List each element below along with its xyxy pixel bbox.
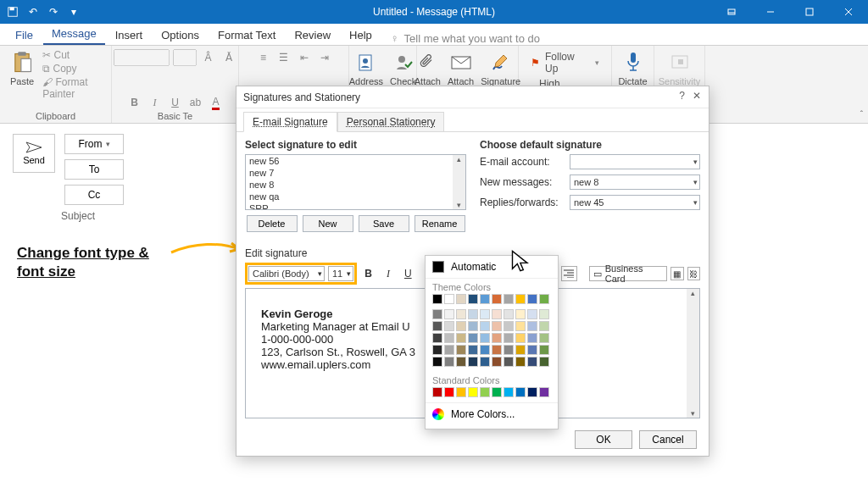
minimize-button[interactable] bbox=[751, 0, 790, 24]
color-swatch[interactable] bbox=[492, 333, 502, 343]
color-swatch[interactable] bbox=[444, 345, 454, 355]
font-name-select[interactable]: Calibri (Body)▾ bbox=[248, 266, 325, 281]
color-swatch[interactable] bbox=[492, 294, 502, 304]
list-item[interactable]: SRP bbox=[246, 202, 465, 210]
list-item[interactable]: new 8 bbox=[246, 179, 465, 191]
dialog-help-icon[interactable]: ? bbox=[679, 90, 685, 102]
new-button[interactable]: New bbox=[303, 215, 353, 232]
color-swatch[interactable] bbox=[456, 333, 466, 343]
italic-button[interactable]: I bbox=[380, 266, 396, 281]
color-swatch[interactable] bbox=[504, 357, 514, 367]
grow-font-icon[interactable]: Â bbox=[200, 49, 217, 66]
outdent-icon[interactable]: ⇤ bbox=[296, 49, 313, 66]
bold-button[interactable]: B bbox=[360, 266, 376, 281]
tab-review[interactable]: Review bbox=[286, 25, 339, 45]
list-item[interactable]: new qa bbox=[246, 191, 465, 202]
color-swatch[interactable] bbox=[492, 345, 502, 355]
color-swatch[interactable] bbox=[527, 294, 537, 304]
color-swatch[interactable] bbox=[444, 333, 454, 343]
color-swatch[interactable] bbox=[515, 387, 526, 397]
color-swatch[interactable] bbox=[432, 333, 442, 343]
to-button[interactable]: To bbox=[64, 159, 124, 180]
signature-button[interactable]: Signature bbox=[477, 49, 524, 88]
color-swatch[interactable] bbox=[456, 309, 466, 319]
color-swatch[interactable] bbox=[492, 321, 502, 331]
color-swatch[interactable] bbox=[480, 345, 490, 355]
color-swatch[interactable] bbox=[456, 294, 466, 304]
tab-message[interactable]: Message bbox=[43, 24, 105, 45]
send-button[interactable]: Send bbox=[13, 134, 55, 173]
list-item[interactable]: new 56 bbox=[246, 155, 465, 167]
tab-personal-stationery[interactable]: Personal Stationery bbox=[337, 112, 445, 131]
color-swatch[interactable] bbox=[539, 294, 549, 304]
replies-select[interactable]: new 45▾ bbox=[570, 195, 700, 210]
tell-me-search[interactable]: ♀ Tell me what you want to do bbox=[391, 32, 540, 45]
color-swatch[interactable] bbox=[527, 309, 537, 319]
automatic-color-option[interactable]: Automatic bbox=[426, 256, 558, 279]
delete-button[interactable]: Delete bbox=[247, 215, 298, 232]
color-swatch[interactable] bbox=[468, 294, 478, 304]
indent-icon[interactable]: ⇥ bbox=[316, 49, 333, 66]
color-swatch[interactable] bbox=[456, 387, 466, 397]
highlight-icon[interactable]: ab bbox=[187, 94, 204, 111]
color-swatch[interactable] bbox=[504, 321, 514, 331]
color-swatch[interactable] bbox=[492, 387, 502, 397]
numbering-icon[interactable]: ☰ bbox=[275, 49, 292, 66]
color-swatch[interactable] bbox=[432, 309, 442, 319]
color-swatch[interactable] bbox=[432, 294, 442, 304]
dialog-close-icon[interactable]: ✕ bbox=[690, 90, 704, 102]
tab-file[interactable]: File bbox=[7, 25, 42, 45]
color-swatch[interactable] bbox=[468, 309, 478, 319]
ribbon-mode-icon[interactable] bbox=[712, 0, 751, 24]
bullets-icon[interactable]: ≡ bbox=[255, 49, 272, 66]
color-swatch[interactable] bbox=[456, 321, 466, 331]
color-swatch[interactable] bbox=[527, 345, 537, 355]
color-swatch[interactable] bbox=[480, 321, 490, 331]
close-button[interactable] bbox=[829, 0, 868, 24]
color-swatch[interactable] bbox=[468, 333, 478, 343]
color-swatch[interactable] bbox=[432, 387, 442, 397]
signature-list[interactable]: new 56 new 7 new 8 new qa SRP yuval ▴▾ bbox=[245, 154, 466, 210]
color-swatch[interactable] bbox=[444, 294, 454, 304]
color-swatch[interactable] bbox=[432, 357, 442, 367]
tab-help[interactable]: Help bbox=[341, 25, 381, 45]
ribbon-font-size[interactable] bbox=[173, 49, 197, 66]
color-swatch[interactable] bbox=[432, 345, 442, 355]
color-swatch[interactable] bbox=[444, 309, 454, 319]
address-book-button[interactable]: Address bbox=[346, 49, 387, 88]
tab-insert[interactable]: Insert bbox=[107, 25, 152, 45]
scrollbar[interactable]: ▴▾ bbox=[687, 289, 699, 418]
color-swatch[interactable] bbox=[468, 345, 478, 355]
color-swatch[interactable] bbox=[444, 321, 454, 331]
new-messages-select[interactable]: new 8▾ bbox=[570, 174, 700, 190]
color-swatch[interactable] bbox=[492, 309, 502, 319]
color-swatch[interactable] bbox=[480, 357, 490, 367]
color-swatch[interactable] bbox=[539, 345, 549, 355]
collapse-ribbon-icon[interactable]: ˆ bbox=[860, 110, 863, 119]
save-button[interactable]: Save bbox=[359, 215, 409, 232]
color-swatch[interactable] bbox=[527, 321, 537, 331]
shrink-font-icon[interactable]: Ǎ bbox=[220, 49, 237, 66]
email-account-select[interactable]: ▾ bbox=[570, 154, 700, 169]
attach-file-button[interactable]: Attach bbox=[411, 49, 444, 88]
align-right-button[interactable] bbox=[561, 266, 577, 281]
qat-more-icon[interactable]: ▾ bbox=[68, 6, 80, 18]
color-swatch[interactable] bbox=[480, 333, 490, 343]
undo-icon[interactable]: ↶ bbox=[27, 6, 39, 18]
color-swatch[interactable] bbox=[480, 294, 490, 304]
italic-button[interactable]: I bbox=[147, 94, 164, 111]
underline-button[interactable]: U bbox=[167, 94, 184, 111]
color-swatch[interactable] bbox=[504, 294, 514, 304]
save-icon[interactable] bbox=[7, 6, 19, 18]
color-swatch[interactable] bbox=[480, 387, 490, 397]
ribbon-font-name[interactable] bbox=[114, 49, 170, 66]
color-swatch[interactable] bbox=[468, 357, 478, 367]
font-color-icon[interactable]: A bbox=[208, 94, 225, 111]
color-swatch[interactable] bbox=[515, 321, 526, 331]
color-swatch[interactable] bbox=[456, 357, 466, 367]
color-swatch[interactable] bbox=[515, 345, 526, 355]
list-item[interactable]: new 7 bbox=[246, 167, 465, 179]
bold-button[interactable]: B bbox=[126, 94, 143, 111]
color-swatch[interactable] bbox=[515, 357, 526, 367]
paste-button[interactable]: Paste bbox=[7, 49, 37, 100]
